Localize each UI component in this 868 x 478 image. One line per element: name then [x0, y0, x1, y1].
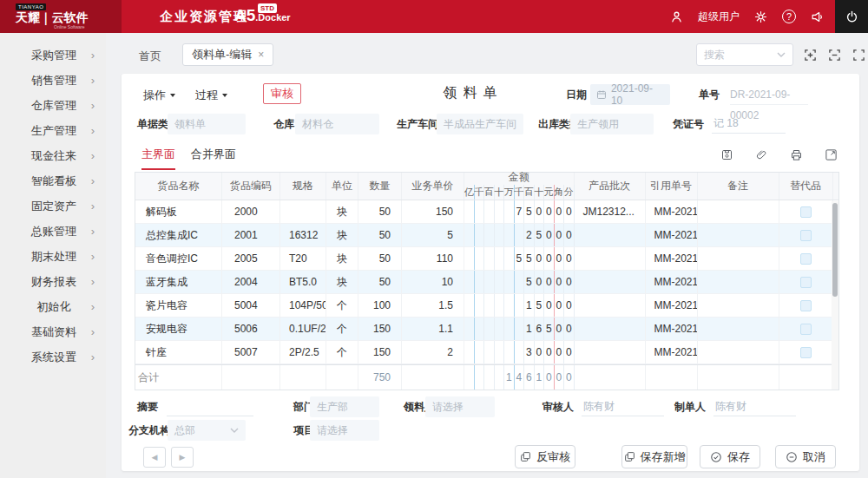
- tab-merge-view[interactable]: 合并界面: [191, 147, 236, 168]
- attachment-icon[interactable]: [755, 148, 768, 161]
- sidebar-item-11[interactable]: 初始化›: [0, 294, 106, 319]
- sidebar-item-9[interactable]: 期末处理›: [0, 244, 106, 269]
- cell-price: 2: [402, 341, 464, 363]
- doc-no-field[interactable]: DR-2021-09-00002: [730, 84, 808, 105]
- search-select[interactable]: 搜索: [696, 43, 793, 66]
- field-value-部门[interactable]: 生产部: [310, 396, 379, 417]
- substitute-checkbox[interactable]: [800, 300, 812, 311]
- chevron-right-icon: ›: [91, 100, 95, 111]
- process-dropdown-label: 过程: [195, 88, 218, 103]
- tab-main-view[interactable]: 主界面: [141, 147, 175, 170]
- save-icon[interactable]: [720, 148, 733, 161]
- substitute-checkbox[interactable]: [800, 324, 812, 335]
- digit-label: 角: [555, 185, 565, 200]
- substitute-checkbox[interactable]: [800, 206, 812, 218]
- sidebar-item-4[interactable]: 生产管理›: [0, 118, 106, 143]
- unaudit-button[interactable]: 反审核: [515, 445, 575, 468]
- field-value-分支机构[interactable]: 总部: [168, 420, 246, 441]
- help-icon[interactable]: ?: [782, 10, 796, 23]
- total-amount-digit: [475, 365, 485, 390]
- chevron-right-icon: ›: [91, 200, 95, 212]
- next-record-button[interactable]: ▶: [171, 447, 194, 468]
- sidebar-item-13[interactable]: 系统设置›: [0, 344, 106, 370]
- save-button[interactable]: 保存: [700, 445, 760, 468]
- cell-amount-digit: [464, 200, 475, 223]
- sidebar-item-7[interactable]: 固定资产›: [0, 193, 106, 219]
- close-icon[interactable]: ×: [258, 49, 264, 61]
- table-row[interactable]: 蓝牙集成2004BT5.0块501050000MM-2021-0...: [135, 271, 838, 294]
- cell-amount-digit: [515, 318, 525, 340]
- cell-code: 2005: [222, 247, 280, 270]
- field-label: 分支机构: [128, 420, 170, 441]
- home-tab[interactable]: 首页: [139, 49, 161, 64]
- fullscreen-icon[interactable]: [852, 49, 865, 62]
- cell-amount-digit: [464, 247, 475, 270]
- substitute-checkbox[interactable]: [800, 347, 812, 358]
- table-row[interactable]: 音色调控IC2005T20块50110550000MM-2021-0...: [135, 247, 838, 271]
- field-value-项目[interactable]: 请选择: [310, 420, 379, 441]
- cell-amount-digit: [504, 271, 515, 293]
- sidebar-item-12[interactable]: 基础资料›: [0, 319, 106, 344]
- action-dropdown[interactable]: 操作: [143, 88, 175, 103]
- sidebar-item-8[interactable]: 总账管理›: [0, 219, 106, 244]
- cell-amount-digit: [484, 318, 495, 340]
- field-value-审核人[interactable]: 陈有财: [582, 396, 664, 416]
- sidebar-item-6[interactable]: 智能看板›: [0, 168, 106, 193]
- bottom-form-row-2: 分支机构总部项目请选择: [122, 420, 859, 442]
- cell-amount-digit: [495, 341, 505, 363]
- total-qty: 750: [358, 365, 402, 390]
- announcement-icon[interactable]: [810, 10, 825, 24]
- cell-amount-digit: [504, 247, 515, 270]
- table-row[interactable]: 针座50072P/2.5个150230000MM-2021-0...: [135, 341, 838, 364]
- date-field[interactable]: 2021-09-10: [590, 84, 670, 105]
- cell-amount-digit: [495, 294, 505, 317]
- sidebar-item-5[interactable]: 现金往来›: [0, 143, 106, 168]
- substitute-checkbox[interactable]: [800, 253, 812, 265]
- cell-code: 2000: [222, 200, 280, 223]
- field-value-制单人[interactable]: 陈有财: [713, 396, 796, 416]
- field-value-3[interactable]: 半成品生产车间: [437, 114, 523, 134]
- expand-icon[interactable]: [825, 148, 838, 161]
- open-document-tab[interactable]: 领料单-编辑 ×: [182, 43, 273, 66]
- field-value-4[interactable]: 生产领用: [570, 114, 654, 134]
- sidebar-item-2[interactable]: 销售管理›: [0, 68, 106, 93]
- cancel-button[interactable]: 取消: [775, 445, 836, 468]
- field-value-摘要[interactable]: [167, 396, 253, 416]
- field-value-领料人[interactable]: 请选择: [425, 396, 495, 417]
- field-value-2[interactable]: 材料仓: [295, 114, 379, 134]
- sidebar-item-1[interactable]: 采购管理›: [0, 43, 106, 68]
- table-row[interactable]: 总控集成IC200116312块50525000MM-2021-0...: [135, 224, 838, 247]
- cell-amount-digit: 6: [535, 318, 545, 340]
- substitute-checkbox[interactable]: [800, 230, 812, 241]
- top-bar: TIANYAO 天耀｜云软件 Online Software 企业资源管理 A5…: [0, 0, 868, 33]
- current-user[interactable]: 超级用户: [698, 10, 740, 24]
- cell-unit: 块: [326, 224, 358, 246]
- scrollbar-thumb[interactable]: [832, 203, 838, 297]
- toolbar-row: 操作 过程 审核 领料单 日期 2021-09-10 单号 DR-2021-09…: [122, 74, 859, 96]
- sidebar-item-3[interactable]: 仓库管理›: [0, 93, 106, 118]
- field-value-1[interactable]: 领料单: [168, 114, 246, 134]
- gear-icon[interactable]: [753, 10, 768, 24]
- logout-power-button[interactable]: [835, 0, 868, 33]
- sidebar-menu: 采购管理›销售管理›仓库管理›生产管理›现金往来›智能看板›固定资产›总账管理›…: [0, 33, 106, 478]
- sidebar-item-10[interactable]: 财务报表›: [0, 269, 106, 294]
- bottom-form-row-1: 摘要部门生产部领料人请选择审核人陈有财制单人陈有财: [122, 396, 859, 419]
- cell-qty: 100: [358, 294, 402, 317]
- table-row[interactable]: 解码板2000块50150750000JM12312...MM-2021-0..…: [135, 200, 838, 224]
- substitute-checkbox[interactable]: [800, 277, 812, 288]
- zoom-out-frame-icon[interactable]: [828, 49, 841, 62]
- table-row[interactable]: 瓷片电容5004104P/50...个1001.515000MM-2021-0.…: [135, 294, 838, 318]
- user-icon[interactable]: [669, 10, 684, 24]
- printer-icon[interactable]: [790, 148, 803, 161]
- zoom-in-frame-icon[interactable]: [804, 49, 817, 62]
- audit-status-button[interactable]: 审核: [263, 83, 301, 104]
- field-value-5[interactable]: 记 18: [712, 114, 786, 134]
- save-and-new-button[interactable]: 保存新增: [621, 445, 687, 468]
- cell-ref: MM-2021-0...: [646, 247, 698, 270]
- cell-amount-digit: 0: [564, 200, 575, 223]
- table-row[interactable]: 安规电容50060.1UF/2...个1501.116500MM-2021-0.…: [135, 318, 838, 341]
- cell-amount-digit: 3: [524, 341, 535, 363]
- prev-record-button[interactable]: ◀: [143, 447, 166, 468]
- process-dropdown[interactable]: 过程: [195, 88, 227, 103]
- total-amount-digit: [495, 365, 505, 390]
